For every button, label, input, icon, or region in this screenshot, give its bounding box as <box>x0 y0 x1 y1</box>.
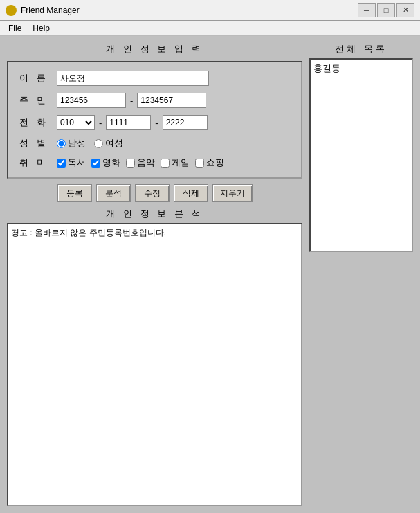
form-section-title: 개 인 정 보 입 력 <box>7 43 302 55</box>
edit-button[interactable]: 수정 <box>135 184 170 202</box>
left-panel: 개 인 정 보 입 력 이 름 주 민 - 전 화 010 011 <box>7 43 302 506</box>
title-bar: Friend Manager ─ □ ✕ <box>0 0 420 21</box>
hobby-checkbox-group: 독서 영화 음악 게임 <box>57 156 224 169</box>
gender-female-text: 여성 <box>105 137 123 150</box>
analysis-content: 경고 : 올바르지 않은 주민등록번호입니다. <box>11 228 166 237</box>
name-label: 이 름 <box>19 72 53 84</box>
phone-area-select[interactable]: 010 011 016 017 018 019 <box>57 115 95 130</box>
hobby-movie-text: 영화 <box>102 156 120 169</box>
gender-radio-group: 남성 여성 <box>57 137 123 150</box>
name-row: 이 름 <box>19 71 290 86</box>
clear-button[interactable]: 지우기 <box>212 184 253 202</box>
gender-row: 성 별 남성 여성 <box>19 137 290 150</box>
form-area: 이 름 주 민 - 전 화 010 011 016 017 018 <box>7 61 302 179</box>
window-controls: ─ □ ✕ <box>358 3 414 17</box>
jumin-row: 주 민 - <box>19 93 290 108</box>
phone-label: 전 화 <box>19 116 53 129</box>
phone-row: 전 화 010 011 016 017 018 019 - - <box>19 115 290 130</box>
button-row: 등록 분석 수정 삭제 지우기 <box>7 184 302 202</box>
list-section-title: 전체 목록 <box>309 43 413 55</box>
hobby-row: 취 미 독서 영화 음악 <box>19 156 290 169</box>
gender-female-label[interactable]: 여성 <box>94 137 123 150</box>
gender-male-text: 남성 <box>68 137 86 150</box>
gender-female-radio[interactable] <box>94 139 103 148</box>
hobby-music-label[interactable]: 음악 <box>126 156 155 169</box>
phone-dash1: - <box>99 118 102 128</box>
analysis-area: 경고 : 올바르지 않은 주민등록번호입니다. <box>7 223 302 506</box>
main-content: 개 인 정 보 입 력 이 름 주 민 - 전 화 010 011 <box>0 36 420 513</box>
hobby-music-checkbox[interactable] <box>126 159 135 168</box>
jumin1-input[interactable] <box>57 93 126 108</box>
window-title: Friend Manager <box>21 6 358 15</box>
hobby-shopping-label[interactable]: 쇼핑 <box>195 156 224 169</box>
analyze-button[interactable]: 분석 <box>96 184 131 202</box>
hobby-music-text: 음악 <box>137 156 155 169</box>
close-button[interactable]: ✕ <box>396 3 414 17</box>
gender-male-label[interactable]: 남성 <box>57 137 86 150</box>
hobby-shopping-checkbox[interactable] <box>195 159 204 168</box>
right-panel: 전체 목록 홍길동 <box>309 43 413 506</box>
maximize-button[interactable]: □ <box>377 3 395 17</box>
menu-help[interactable]: Help <box>27 22 55 35</box>
jumin-dash: - <box>130 96 133 106</box>
minimize-button[interactable]: ─ <box>358 3 376 17</box>
phone2-input[interactable] <box>106 115 151 130</box>
hobby-shopping-text: 쇼핑 <box>206 156 224 169</box>
menu-file[interactable]: File <box>3 22 27 35</box>
friend-list-area: 홍길동 <box>309 58 413 252</box>
hobby-reading-checkbox[interactable] <box>57 159 66 168</box>
hobby-game-checkbox[interactable] <box>161 159 170 168</box>
phone-dash2: - <box>155 118 158 128</box>
name-input[interactable] <box>57 71 209 86</box>
hobby-movie-checkbox[interactable] <box>91 159 100 168</box>
jumin2-input[interactable] <box>137 93 206 108</box>
hobby-reading-text: 독서 <box>68 156 86 169</box>
delete-button[interactable]: 삭제 <box>174 184 208 202</box>
hobby-movie-label[interactable]: 영화 <box>91 156 120 169</box>
register-button[interactable]: 등록 <box>57 184 92 202</box>
phone3-input[interactable] <box>163 115 208 130</box>
gender-male-radio[interactable] <box>57 139 66 148</box>
jumin-label: 주 민 <box>19 94 53 107</box>
gender-label: 성 별 <box>19 137 53 150</box>
hobby-game-text: 게임 <box>172 156 190 169</box>
hobby-game-label[interactable]: 게임 <box>161 156 190 169</box>
analysis-section-title: 개 인 정 보 분 석 <box>7 208 302 220</box>
app-icon <box>6 5 17 16</box>
hobby-label: 취 미 <box>19 156 53 169</box>
hobby-reading-label[interactable]: 독서 <box>57 156 86 169</box>
list-item[interactable]: 홍길동 <box>313 62 409 75</box>
menu-bar: File Help <box>0 21 420 36</box>
